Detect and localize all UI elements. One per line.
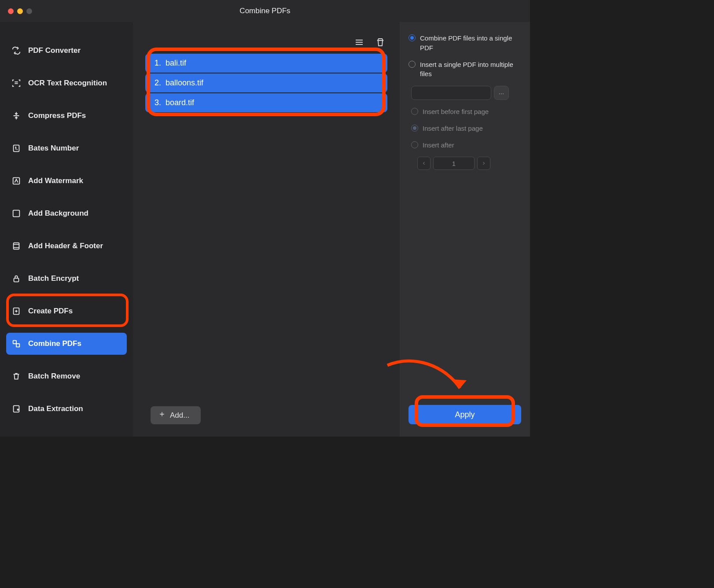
add-button-label: Add... bbox=[170, 411, 189, 420]
insert-file-input[interactable] bbox=[411, 86, 491, 100]
sidebar-item-label: OCR Text Recognition bbox=[28, 79, 107, 88]
option-combine-label: Combine PDF files into a single PDF bbox=[420, 33, 521, 53]
insert-after-last-row[interactable]: Insert after last page bbox=[411, 124, 521, 133]
header-footer-icon bbox=[11, 241, 21, 251]
window-controls bbox=[8, 8, 32, 14]
sidebar-item-pdf-converter[interactable]: PDF Converter bbox=[6, 40, 127, 62]
svg-rect-2 bbox=[13, 210, 20, 217]
sidebar-item-label: PDF Converter bbox=[28, 46, 81, 55]
svg-rect-7 bbox=[16, 344, 19, 347]
sidebar-item-label: Batch Remove bbox=[28, 372, 80, 381]
main-toolbar bbox=[138, 22, 394, 50]
create-icon bbox=[11, 306, 21, 316]
trash-icon bbox=[11, 371, 21, 381]
sidebar-item-extract[interactable]: Data Extraction bbox=[6, 398, 127, 420]
svg-rect-3 bbox=[14, 243, 19, 250]
insert-after-row[interactable]: Insert after bbox=[411, 140, 521, 150]
titlebar: Combine PDFs bbox=[0, 0, 530, 22]
file-item[interactable]: 3. board.tif bbox=[145, 93, 387, 112]
step-next-button[interactable] bbox=[477, 157, 490, 170]
add-button[interactable]: Add... bbox=[151, 406, 201, 424]
step-prev-button[interactable] bbox=[417, 157, 431, 170]
sidebar-item-label: Combine PDFs bbox=[28, 339, 81, 348]
sidebar-item-label: Create PDFs bbox=[28, 307, 73, 316]
more-button[interactable]: ··· bbox=[494, 86, 509, 100]
ocr-icon bbox=[11, 78, 21, 88]
apply-button[interactable]: Apply bbox=[409, 405, 521, 424]
file-list[interactable]: 1. bali.tif 2. balloons.tif 3. board.tif bbox=[145, 54, 387, 113]
sidebar-item-watermark[interactable]: Add Watermark bbox=[6, 170, 127, 192]
page-stepper bbox=[417, 157, 521, 170]
file-name: board.tif bbox=[166, 98, 194, 107]
sidebar-item-create[interactable]: Create PDFs bbox=[6, 300, 127, 322]
radio-insert-before[interactable] bbox=[411, 108, 418, 115]
insert-after-label: Insert after bbox=[423, 140, 454, 150]
close-window-button[interactable] bbox=[8, 8, 14, 14]
insert-before-row[interactable]: Insert before first page bbox=[411, 107, 521, 117]
background-icon bbox=[11, 209, 21, 218]
file-name: balloons.tif bbox=[166, 78, 203, 88]
sidebar-item-ocr[interactable]: OCR Text Recognition bbox=[6, 72, 127, 94]
sidebar-item-print[interactable]: Print PDF bbox=[6, 430, 127, 437]
sidebar-item-label: Add Background bbox=[28, 209, 88, 218]
radio-insert[interactable] bbox=[409, 61, 416, 68]
sidebar-item-label: Batch Encrypt bbox=[28, 274, 79, 283]
sidebar: PDF Converter OCR Text Recognition Compr… bbox=[0, 22, 133, 437]
file-item[interactable]: 2. balloons.tif bbox=[145, 74, 387, 92]
combine-icon bbox=[11, 339, 21, 349]
svg-rect-4 bbox=[14, 278, 19, 282]
option-combine-row[interactable]: Combine PDF files into a single PDF bbox=[409, 33, 521, 53]
file-name: bali.tif bbox=[166, 59, 186, 68]
sidebar-item-header-footer[interactable]: Add Header & Footer bbox=[6, 235, 127, 257]
clear-icon[interactable] bbox=[375, 37, 386, 48]
extract-icon bbox=[11, 404, 21, 414]
insert-after-last-label: Insert after last page bbox=[423, 124, 483, 133]
sidebar-item-label: Add Header & Footer bbox=[28, 242, 103, 250]
sidebar-item-bates[interactable]: Bates Number bbox=[6, 137, 127, 159]
sidebar-item-background[interactable]: Add Background bbox=[6, 202, 127, 224]
sidebar-item-label: Add Watermark bbox=[28, 176, 83, 185]
sidebar-item-label: Data Extraction bbox=[28, 404, 83, 413]
sidebar-item-remove[interactable]: Batch Remove bbox=[6, 365, 127, 387]
sidebar-item-combine[interactable]: Combine PDFs bbox=[6, 333, 127, 355]
page-input[interactable] bbox=[433, 157, 475, 170]
zoom-window-button[interactable] bbox=[26, 8, 32, 14]
compress-icon bbox=[11, 111, 21, 121]
window-body: PDF Converter OCR Text Recognition Compr… bbox=[0, 22, 530, 437]
convert-icon bbox=[11, 46, 21, 55]
insert-file-row: ··· bbox=[411, 86, 521, 100]
svg-rect-6 bbox=[13, 341, 16, 344]
option-insert-row[interactable]: Insert a single PDF into multiple files bbox=[409, 60, 521, 79]
sidebar-item-compress[interactable]: Compress PDFs bbox=[6, 105, 127, 127]
radio-combine[interactable] bbox=[409, 34, 416, 41]
watermark-icon bbox=[11, 176, 21, 186]
radio-insert-after-last[interactable] bbox=[411, 125, 418, 132]
file-index: 1. bbox=[152, 59, 161, 68]
options-panel: Combine PDF files into a single PDF Inse… bbox=[400, 22, 530, 437]
sidebar-item-encrypt[interactable]: Batch Encrypt bbox=[6, 268, 127, 290]
window-title: Combine PDFs bbox=[8, 7, 522, 15]
sidebar-item-label: Bates Number bbox=[28, 144, 79, 153]
insert-before-label: Insert before first page bbox=[423, 107, 489, 117]
minimize-window-button[interactable] bbox=[17, 8, 23, 14]
sidebar-item-label: Compress PDFs bbox=[28, 111, 86, 120]
lock-icon bbox=[11, 274, 21, 283]
app-window: Combine PDFs PDF Converter OCR Text Reco… bbox=[0, 0, 530, 437]
radio-insert-after[interactable] bbox=[411, 141, 418, 148]
main-pane: 1. bali.tif 2. balloons.tif 3. board.tif… bbox=[133, 22, 400, 437]
apply-button-label: Apply bbox=[455, 410, 475, 419]
file-index: 2. bbox=[152, 78, 161, 88]
file-item[interactable]: 1. bali.tif bbox=[145, 54, 387, 73]
file-index: 3. bbox=[152, 98, 161, 107]
list-icon[interactable] bbox=[354, 37, 364, 48]
option-insert-label: Insert a single PDF into multiple files bbox=[420, 60, 521, 79]
plus-icon bbox=[158, 411, 166, 420]
bates-icon bbox=[11, 143, 21, 153]
